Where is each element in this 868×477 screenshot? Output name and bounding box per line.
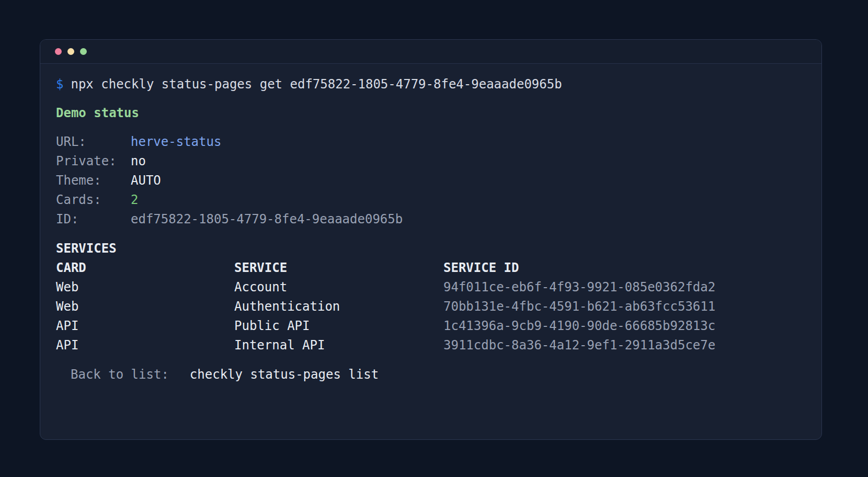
column-header-service-id: SERVICE ID	[443, 260, 806, 275]
table-row: Web Authentication 70bb131e-4fbc-4591-b6…	[56, 297, 806, 316]
property-label: Private:	[56, 154, 131, 168]
services-table-header: CARD SERVICE SERVICE ID	[56, 258, 806, 277]
property-row-theme: Theme: AUTO	[56, 171, 806, 190]
properties-list: URL: herve-status Private: no Theme: AUT…	[56, 132, 806, 229]
back-to-list-label: Back to list:	[71, 367, 169, 382]
property-row-id: ID: edf75822-1805-4779-8fe4-9eaaade0965b	[56, 209, 806, 229]
property-row-cards: Cards: 2	[56, 190, 806, 209]
cell-card: API	[56, 319, 234, 333]
property-value-id: edf75822-1805-4779-8fe4-9eaaade0965b	[131, 212, 403, 226]
cell-service-id: 70bb131e-4fbc-4591-b621-ab63fcc53611	[443, 299, 806, 314]
column-header-service: SERVICE	[234, 260, 443, 275]
command-line: $ npx checkly status-pages get edf75822-…	[56, 74, 806, 94]
table-row: API Internal API 3911cdbc-8a36-4a12-9ef1…	[56, 335, 806, 355]
status-page-title: Demo status	[56, 103, 806, 122]
property-value-private: no	[131, 154, 146, 168]
cell-service-id: 3911cdbc-8a36-4a12-9ef1-2911a3d5ce7e	[443, 338, 806, 353]
property-value-url: herve-status	[131, 134, 221, 149]
cell-service: Authentication	[234, 299, 443, 314]
services-table: CARD SERVICE SERVICE ID Web Account 94f0…	[56, 258, 806, 355]
property-value-cards: 2	[131, 192, 138, 207]
terminal-content: $ npx checkly status-pages get edf75822-…	[40, 64, 821, 384]
minimize-button-icon[interactable]	[67, 48, 74, 55]
cell-service: Public API	[234, 319, 443, 333]
window-titlebar	[40, 40, 821, 64]
property-label: ID:	[56, 212, 131, 226]
zoom-button-icon[interactable]	[80, 48, 87, 55]
services-section-title: SERVICES	[56, 238, 806, 258]
shell-prompt: $	[56, 77, 63, 92]
cell-service: Internal API	[234, 338, 443, 353]
cell-service-id: 1c41396a-9cb9-4190-90de-66685b92813c	[443, 319, 806, 333]
command-text: npx checkly status-pages get edf75822-18…	[71, 77, 562, 92]
traffic-lights	[55, 48, 87, 55]
cell-service-id: 94f011ce-eb6f-4f93-9921-085e0362fda2	[443, 280, 806, 294]
property-label: Cards:	[56, 192, 131, 207]
property-label: URL:	[56, 134, 131, 149]
cell-card: Web	[56, 299, 234, 314]
column-header-card: CARD	[56, 260, 234, 275]
back-to-list-hint: Back to list: checkly status-pages list	[56, 365, 806, 384]
cell-service: Account	[234, 280, 443, 294]
terminal-window: $ npx checkly status-pages get edf75822-…	[40, 39, 822, 440]
property-value-theme: AUTO	[131, 173, 161, 188]
cell-card: Web	[56, 280, 234, 294]
property-label: Theme:	[56, 173, 131, 188]
property-row-private: Private: no	[56, 151, 806, 171]
table-row: API Public API 1c41396a-9cb9-4190-90de-6…	[56, 316, 806, 335]
cell-card: API	[56, 338, 234, 353]
property-row-url: URL: herve-status	[56, 132, 806, 151]
back-to-list-command: checkly status-pages list	[190, 367, 379, 382]
table-row: Web Account 94f011ce-eb6f-4f93-9921-085e…	[56, 277, 806, 297]
close-button-icon[interactable]	[55, 48, 62, 55]
